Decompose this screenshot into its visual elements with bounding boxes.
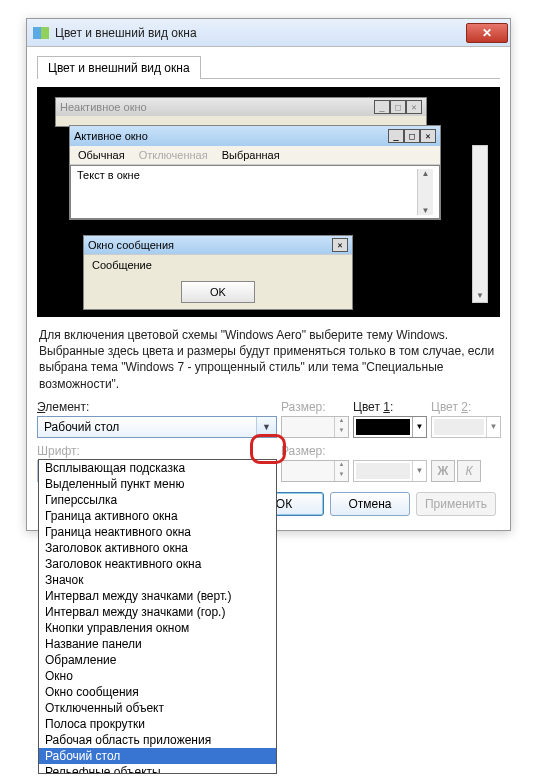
description-text: Для включения цветовой схемы "Windows Ae… [39, 327, 498, 392]
msgbox-body: Сообщение [84, 254, 352, 275]
element-combobox[interactable]: Рабочий стол ▼ [37, 416, 277, 438]
close-icon: ✕ [406, 100, 422, 114]
dropdown-item[interactable]: Полоса прокрутки [39, 716, 276, 732]
dropdown-item[interactable]: Рельефные объекты [39, 764, 276, 774]
color2-button: ▼ [431, 416, 501, 438]
textarea-text: Текст в окне [77, 169, 140, 215]
close-button[interactable]: ✕ [466, 23, 508, 43]
close-icon: ✕ [420, 129, 436, 143]
preview-scrollbar [472, 145, 488, 303]
dropdown-item[interactable]: Заголовок активного окна [39, 540, 276, 556]
menu-normal: Обычная [78, 149, 125, 161]
dropdown-item[interactable]: Всплывающая подсказка [39, 460, 276, 476]
close-icon: ✕ [332, 238, 348, 252]
title-text: Цвет и внешний вид окна [55, 26, 466, 40]
preview-menu: Обычная Отключенная Выбранная [70, 146, 440, 165]
chevron-down-icon: ▼ [256, 417, 276, 437]
tab-appearance[interactable]: Цвет и внешний вид окна [37, 56, 201, 79]
color-swatch [434, 419, 484, 435]
label-color1: Цвет 1: [353, 400, 427, 414]
dropdown-item[interactable]: Обрамление [39, 652, 276, 668]
inactive-title-text: Неактивное окно [60, 101, 147, 113]
dropdown-item[interactable]: Гиперссылка [39, 492, 276, 508]
combo-value: Рабочий стол [38, 417, 256, 437]
minimize-icon: _ [388, 129, 404, 143]
label-size: Размер: [281, 400, 349, 414]
dropdown-item[interactable]: Значок [39, 572, 276, 588]
label-element: Элемент: [37, 400, 277, 414]
bold-button: Ж [431, 460, 455, 482]
preview-active-window: Активное окно _ □ ✕ Обычная Отключенная … [69, 125, 441, 220]
titlebar: Цвет и внешний вид окна ✕ [27, 19, 510, 47]
msgbox-title: Окно сообщения [88, 239, 174, 251]
cancel-button[interactable]: Отмена [330, 492, 410, 516]
fontcolor-button: ▼ [353, 460, 427, 482]
label-size2: Размер: [281, 444, 349, 458]
maximize-icon: □ [404, 129, 420, 143]
dropdown-item[interactable]: Граница неактивного окна [39, 524, 276, 540]
msgbox-ok-button: OK [181, 281, 255, 303]
maximize-icon: □ [390, 100, 406, 114]
dropdown-item[interactable]: Отключенный объект [39, 700, 276, 716]
element-dropdown-list[interactable]: Всплывающая подсказкаВыделенный пункт ме… [38, 459, 277, 774]
dropdown-item[interactable]: Кнопки управления окном [39, 620, 276, 636]
active-title-text: Активное окно [74, 130, 148, 142]
dropdown-item[interactable]: Интервал между значками (гор.) [39, 604, 276, 620]
dropdown-item[interactable]: Окно сообщения [39, 684, 276, 700]
preview-inactive-window: Неактивное окно _ □ ✕ [55, 97, 427, 127]
chevron-down-icon: ▼ [412, 417, 426, 437]
close-icon: ✕ [482, 26, 492, 40]
dropdown-item[interactable]: Выделенный пункт меню [39, 476, 276, 492]
minimize-icon: _ [374, 100, 390, 114]
menu-selected: Выбранная [222, 149, 280, 161]
apply-button[interactable]: Применить [416, 492, 496, 516]
dropdown-item[interactable]: Рабочая область приложения [39, 732, 276, 748]
dropdown-item[interactable]: Граница активного окна [39, 508, 276, 524]
scrollbar-icon [417, 169, 433, 215]
dropdown-item[interactable]: Окно [39, 668, 276, 684]
color-swatch [356, 419, 410, 435]
italic-button: К [457, 460, 481, 482]
label-fontcolor [353, 444, 427, 458]
preview-messagebox: Окно сообщения ✕ Сообщение OK [83, 235, 353, 310]
app-icon [33, 27, 49, 39]
label-font: Шрифт: [37, 444, 277, 458]
color1-button[interactable]: ▼ [353, 416, 427, 438]
dropdown-item[interactable]: Рабочий стол [39, 748, 276, 764]
dropdown-item[interactable]: Название панели [39, 636, 276, 652]
preview-textarea: Текст в окне [70, 165, 440, 219]
appearance-dialog: Цвет и внешний вид окна ✕ Цвет и внешний… [26, 18, 511, 531]
dialog-body: Цвет и внешний вид окна Неактивное окно … [27, 47, 510, 530]
chevron-down-icon: ▼ [486, 417, 500, 437]
preview-area: Неактивное окно _ □ ✕ Активное окно _ □ … [37, 87, 500, 317]
tab-row: Цвет и внешний вид окна [37, 55, 500, 79]
fontsize-spinner: ▲▼ [281, 460, 349, 482]
label-color2: Цвет 2: [431, 400, 501, 414]
dropdown-item[interactable]: Интервал между значками (верт.) [39, 588, 276, 604]
dropdown-item[interactable]: Заголовок неактивного окна [39, 556, 276, 572]
menu-disabled: Отключенная [139, 149, 208, 161]
size-spinner[interactable]: ▲▼ [281, 416, 349, 438]
